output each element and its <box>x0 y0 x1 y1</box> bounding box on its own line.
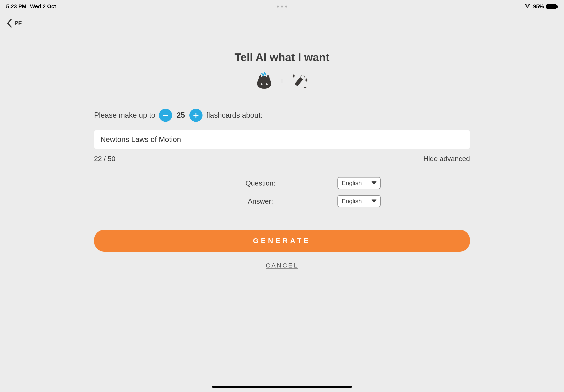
svg-point-0 <box>261 84 262 85</box>
battery-percentage: 95% <box>533 3 544 10</box>
wifi-icon <box>524 2 531 11</box>
cancel-link[interactable]: CANCEL <box>94 262 470 269</box>
char-counter: 22 / 50 <box>94 155 115 163</box>
status-left: 5:23 PM Wed 2 Oct <box>6 3 56 10</box>
count-prefix: Please make up to <box>94 111 155 120</box>
answer-lang-select[interactable]: English <box>337 195 381 207</box>
hide-advanced-toggle[interactable]: Hide advanced <box>423 155 470 163</box>
status-date: Wed 2 Oct <box>30 3 56 10</box>
icon-row: + <box>94 72 470 90</box>
main-content: Tell AI what I want + Please make up to … <box>94 34 470 269</box>
nav-bar: PF <box>0 12 564 34</box>
back-label: PF <box>14 20 22 27</box>
mascot-icon <box>255 72 273 90</box>
minus-icon <box>162 112 169 119</box>
input-meta-row: 22 / 50 Hide advanced <box>94 155 470 163</box>
chevron-down-icon <box>371 182 376 185</box>
status-time: 5:23 PM <box>6 3 26 10</box>
multitask-dots-icon[interactable] <box>277 6 287 8</box>
page-title: Tell AI what I want <box>94 51 470 63</box>
magic-wand-icon <box>291 72 309 90</box>
plus-separator: + <box>279 76 284 86</box>
status-right: 95% <box>524 2 558 11</box>
answer-label: Answer: <box>183 197 337 205</box>
count-value: 25 <box>176 111 186 120</box>
battery-icon <box>546 4 558 9</box>
home-indicator[interactable] <box>212 386 352 388</box>
question-label: Question: <box>183 179 337 187</box>
language-section: Question: English Answer: English <box>183 177 381 207</box>
generate-button[interactable]: GENERATE <box>94 230 470 252</box>
question-lang-select[interactable]: English <box>337 177 381 189</box>
chevron-left-icon <box>6 18 13 28</box>
topic-input[interactable] <box>94 130 470 149</box>
count-suffix: flashcards about: <box>206 111 262 120</box>
chevron-down-icon <box>371 199 376 203</box>
answer-lang-value: English <box>342 198 362 205</box>
question-lang-row: Question: English <box>183 177 381 189</box>
plus-icon <box>192 112 200 119</box>
count-row: Please make up to 25 flashcards about: <box>94 109 470 122</box>
svg-point-1 <box>266 84 268 85</box>
status-bar: 5:23 PM Wed 2 Oct 95% <box>0 0 564 12</box>
back-button[interactable]: PF <box>6 18 22 28</box>
increment-button[interactable] <box>189 109 203 122</box>
question-lang-value: English <box>342 180 362 187</box>
answer-lang-row: Answer: English <box>183 195 381 207</box>
decrement-button[interactable] <box>159 109 172 122</box>
